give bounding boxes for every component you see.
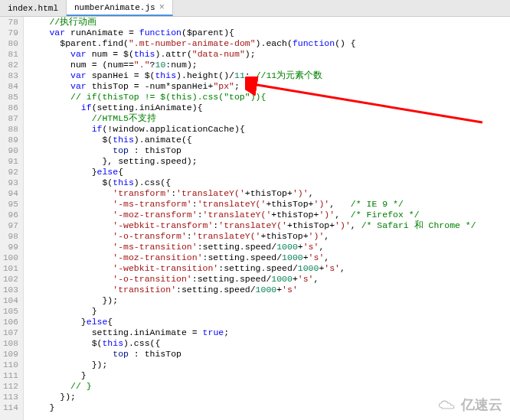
code-line: $parent.find(".mt-number-animate-dom").e…: [28, 38, 510, 49]
tab-label: numberAnimate.js: [74, 3, 155, 12]
line-number: 78: [3, 17, 18, 28]
code-line: //HTML5不支持: [28, 113, 510, 124]
cloud-icon: [436, 399, 458, 411]
line-number: 82: [3, 60, 18, 70]
code-line: '-moz-transition':setting.speed/1000+'s'…: [28, 252, 510, 263]
line-number: 93: [3, 177, 18, 188]
line-number: 88: [3, 124, 18, 135]
line-number: 109: [3, 349, 18, 360]
line-number: 85: [3, 92, 18, 103]
line-number: 99: [3, 242, 18, 252]
code-line: }: [28, 306, 510, 317]
line-number: 98: [3, 231, 18, 242]
line-number: 114: [3, 402, 18, 413]
code-line: '-webkit-transform':'translateY('+thisTo…: [28, 220, 510, 231]
code-line: '-ms-transition':setting.speed/1000+'s',: [28, 242, 510, 252]
line-number: 95: [3, 199, 18, 210]
line-number: 94: [3, 188, 18, 199]
code-line: $(this).animate({: [28, 135, 510, 145]
code-line: }, setting.speed);: [28, 156, 510, 167]
tab-number-animate-js[interactable]: numberAnimate.js ×: [67, 0, 173, 16]
code-editor[interactable]: 7879808182838485868788899091929394959697…: [0, 17, 510, 420]
code-line: var num = $(this).attr("data-num");: [28, 49, 510, 60]
line-number: 97: [3, 220, 18, 231]
line-number: 90: [3, 145, 18, 156]
line-number: 104: [3, 295, 18, 306]
watermark: 亿速云: [436, 396, 502, 414]
line-number: 87: [3, 113, 18, 124]
code-line: '-o-transition':setting.speed/1000+'s',: [28, 274, 510, 285]
line-number: 86: [3, 103, 18, 113]
code-line: });: [28, 360, 510, 370]
code-line: var spanHei = $(this).height()/11; //11为…: [28, 70, 510, 81]
code-line: setting.iniAnimate = true;: [28, 327, 510, 338]
code-line: '-moz-transform':'translateY('+thisTop+'…: [28, 210, 510, 220]
watermark-text: 亿速云: [461, 396, 502, 414]
code-line: var runAnimate = function($parent){: [28, 28, 510, 38]
close-icon[interactable]: ×: [159, 2, 165, 13]
line-number: 81: [3, 49, 18, 60]
code-line: // }: [28, 381, 510, 392]
line-number: 107: [3, 327, 18, 338]
code-line: if(!window.applicationCache){: [28, 124, 510, 135]
line-number: 96: [3, 210, 18, 220]
code-line: '-ms-transform':'translateY('+thisTop+')…: [28, 199, 510, 210]
code-line: $(this).css({: [28, 177, 510, 188]
tab-bar: index.html numberAnimate.js ×: [0, 0, 510, 17]
code-line: // if(thisTop != $(this).css("top")){: [28, 92, 510, 103]
code-line: '-webkit-transition':setting.speed/1000+…: [28, 263, 510, 274]
line-number: 89: [3, 135, 18, 145]
line-number: 113: [3, 392, 18, 402]
code-line: '-o-transform':'translateY('+thisTop+')'…: [28, 231, 510, 242]
code-line: top : thisTop: [28, 349, 510, 360]
tab-index-html[interactable]: index.html: [0, 0, 67, 16]
line-number: 105: [3, 306, 18, 317]
line-number: 91: [3, 156, 18, 167]
code-line: });: [28, 295, 510, 306]
code-line: top : thisTop: [28, 145, 510, 156]
line-number: 101: [3, 263, 18, 274]
line-number: 102: [3, 274, 18, 285]
code-line: $(this).css({: [28, 338, 510, 349]
code-line: }: [28, 370, 510, 381]
code-line: num = (num=="."?10:num);: [28, 60, 510, 70]
line-number: 108: [3, 338, 18, 349]
tab-label: index.html: [8, 4, 58, 13]
code-area[interactable]: //执行动画 var runAnimate = function($parent…: [24, 17, 510, 420]
code-line: 'transition':setting.speed/1000+'s': [28, 285, 510, 295]
code-line: }else{: [28, 317, 510, 327]
line-number: 80: [3, 38, 18, 49]
line-number: 79: [3, 28, 18, 38]
line-gutter: 7879808182838485868788899091929394959697…: [0, 17, 24, 420]
code-line: }else{: [28, 167, 510, 177]
line-number: 103: [3, 285, 18, 295]
code-line: 'transform':'translateY('+thisTop+')',: [28, 188, 510, 199]
line-number: 111: [3, 370, 18, 381]
code-line: //执行动画: [28, 17, 510, 28]
line-number: 84: [3, 81, 18, 92]
code-line: if(setting.iniAnimate){: [28, 103, 510, 113]
code-line: var thisTop = -num*spanHei+"px";: [28, 81, 510, 92]
line-number: 83: [3, 70, 18, 81]
line-number: 100: [3, 252, 18, 263]
line-number: 112: [3, 381, 18, 392]
line-number: 92: [3, 167, 18, 177]
line-number: 110: [3, 360, 18, 370]
line-number: 106: [3, 317, 18, 327]
